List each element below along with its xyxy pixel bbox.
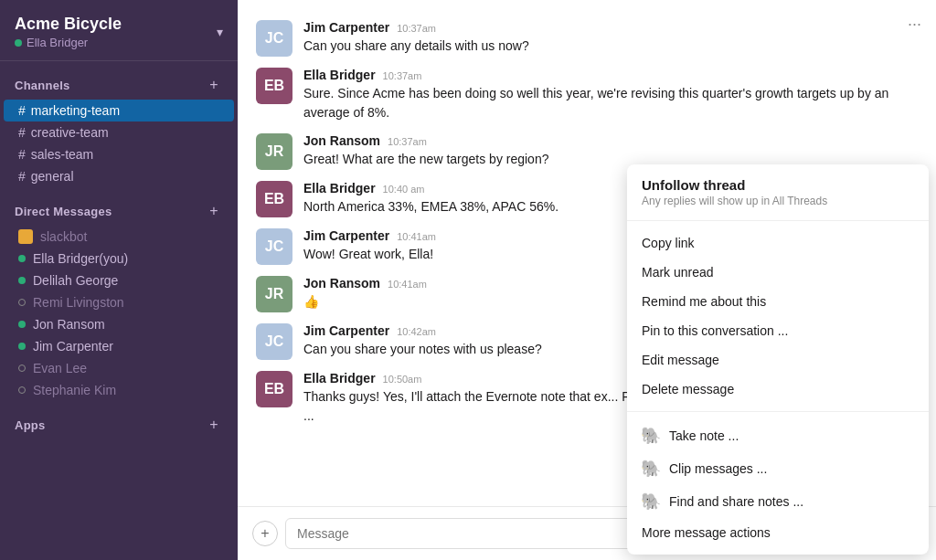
message-time: 10:37am: [397, 23, 436, 34]
more-message-actions-item[interactable]: More message actions: [627, 518, 929, 547]
message-author: Ella Bridger: [303, 371, 376, 386]
dm-status-dot: [18, 321, 26, 328]
apps-label: Apps: [15, 418, 46, 432]
message-header: Jon Ransom 10:37am: [303, 133, 918, 148]
delete-message-item[interactable]: Delete message: [627, 375, 929, 404]
more-options-icon[interactable]: ···: [908, 15, 921, 34]
context-menu-header: Unfollow thread Any replies will show up…: [627, 164, 929, 221]
sidebar: Acme Bicycle Ella Bridger ▾ Channels + #…: [0, 0, 238, 560]
context-menu-middle: Copy link Mark unread Remind me about th…: [627, 221, 929, 412]
message-time: 10:37am: [383, 70, 422, 81]
message-row: EB Ella Bridger 10:37am Sure. Since Acme…: [238, 62, 936, 128]
unfollow-thread-subtitle: Any replies will show up in All Threads: [642, 195, 914, 207]
sidebar-channel-general[interactable]: #general: [4, 165, 234, 187]
message-text: Can you share any details with us now?: [303, 37, 918, 56]
avatar: JC: [256, 20, 292, 57]
apps-section-header: Apps +: [0, 401, 238, 439]
evernote-icon-3: 🐘: [642, 492, 660, 511]
avatar: JR: [256, 133, 292, 170]
message-author: Jim Carpenter: [303, 323, 389, 338]
add-channel-button[interactable]: +: [205, 76, 223, 94]
dms-list: slackbotElla Bridger(you)Delilah GeorgeR…: [0, 226, 238, 401]
dm-label: Direct Messages: [15, 205, 112, 218]
copy-link-item[interactable]: Copy link: [627, 228, 929, 258]
message-author: Jim Carpenter: [303, 20, 389, 35]
dm-status-dot: [18, 299, 26, 306]
evernote-icon-1: 🐘: [642, 427, 660, 445]
avatar: EB: [256, 68, 292, 104]
dm-section-header: Direct Messages +: [0, 187, 238, 226]
channels-section-header: Channels +: [0, 61, 238, 100]
message-time: 10:40 am: [383, 184, 425, 195]
mark-unread-item[interactable]: Mark unread: [627, 258, 929, 287]
workspace-chevron-icon: ▾: [217, 25, 223, 39]
message-header: Ella Bridger 10:37am: [303, 68, 918, 82]
message-text: Sure. Since Acme has been doing so well …: [303, 84, 918, 122]
sidebar-dm-stephanie-kim[interactable]: Stephanie Kim: [4, 379, 234, 401]
message-header: Jim Carpenter 10:37am: [303, 20, 918, 35]
sidebar-dm-delilah-george[interactable]: Delilah George: [4, 269, 234, 291]
sidebar-channel-marketing-team[interactable]: #marketing-team: [4, 100, 234, 122]
workspace-name: Acme Bicycle: [15, 15, 122, 34]
channels-label: Channels: [15, 79, 70, 92]
add-app-button[interactable]: +: [205, 416, 223, 434]
avatar: EB: [256, 181, 292, 217]
message-author: Ella Bridger: [303, 68, 376, 82]
message-content: Ella Bridger 10:37am Sure. Since Acme ha…: [303, 68, 918, 122]
dm-status-dot: [18, 255, 26, 262]
evernote-icon-2: 🐘: [642, 460, 660, 478]
message-content: Jim Carpenter 10:37am Can you share any …: [303, 20, 918, 56]
message-time: 10:41am: [388, 279, 427, 290]
take-note-item[interactable]: 🐘 Take note ...: [627, 419, 929, 452]
message-author: Jon Ransom: [303, 133, 380, 148]
avatar: JC: [256, 323, 292, 360]
workspace-user: Ella Bridger: [15, 36, 122, 49]
hash-icon: #: [18, 125, 26, 140]
main-content: JC Jim Carpenter 10:37am Can you share a…: [238, 0, 936, 560]
remind-me-item[interactable]: Remind me about this: [627, 287, 929, 316]
dm-status-dot: [18, 386, 26, 394]
sidebar-dm-slackbot[interactable]: slackbot: [4, 226, 234, 248]
sidebar-dm-ella-bridger[interactable]: Ella Bridger(you): [4, 248, 234, 269]
context-menu-bottom: 🐘 Take note ... 🐘 Clip messages ... 🐘 Fi…: [627, 412, 929, 555]
hash-icon: #: [18, 169, 26, 184]
edit-message-item[interactable]: Edit message: [627, 345, 929, 375]
message-row: JC Jim Carpenter 10:37am Can you share a…: [238, 15, 936, 62]
dm-status-dot: [18, 365, 26, 372]
user-status-dot: [15, 39, 22, 47]
hash-icon: #: [18, 147, 26, 162]
sidebar-dm-jim-carpenter[interactable]: Jim Carpenter: [4, 335, 234, 357]
sidebar-channel-sales-team[interactable]: #sales-team: [4, 143, 234, 165]
add-dm-button[interactable]: +: [205, 202, 223, 220]
pin-conversation-item[interactable]: Pin to this conversation ...: [627, 316, 929, 345]
channels-list: #marketing-team#creative-team#sales-team…: [0, 100, 238, 187]
message-time: 10:50am: [383, 374, 422, 385]
message-time: 10:37am: [388, 136, 427, 147]
avatar: EB: [256, 371, 292, 407]
dm-status-dot: [18, 343, 26, 350]
message-time: 10:41am: [397, 231, 436, 242]
hash-icon: #: [18, 103, 26, 118]
workspace-header[interactable]: Acme Bicycle Ella Bridger ▾: [0, 0, 238, 61]
message-time: 10:42am: [397, 326, 436, 337]
unfollow-thread-title[interactable]: Unfollow thread: [642, 177, 914, 193]
sidebar-dm-jon-ransom[interactable]: Jon Ransom: [4, 313, 234, 335]
message-author: Ella Bridger: [303, 181, 376, 195]
sidebar-channel-creative-team[interactable]: #creative-team: [4, 122, 234, 143]
sidebar-dm-remi-livingston[interactable]: Remi Livingston: [4, 291, 234, 313]
avatar: JC: [256, 228, 292, 265]
dm-status-dot: [18, 277, 26, 284]
slackbot-icon: [18, 229, 33, 244]
message-author: Jon Ransom: [303, 276, 380, 291]
avatar: JR: [256, 276, 292, 312]
sidebar-dm-evan-lee[interactable]: Evan Lee: [4, 357, 234, 379]
clip-messages-item[interactable]: 🐘 Clip messages ...: [627, 452, 929, 485]
context-menu: Unfollow thread Any replies will show up…: [627, 164, 929, 555]
find-share-notes-item[interactable]: 🐘 Find and share notes ...: [627, 485, 929, 518]
message-author: Jim Carpenter: [303, 228, 389, 243]
message-add-button[interactable]: +: [252, 521, 278, 546]
